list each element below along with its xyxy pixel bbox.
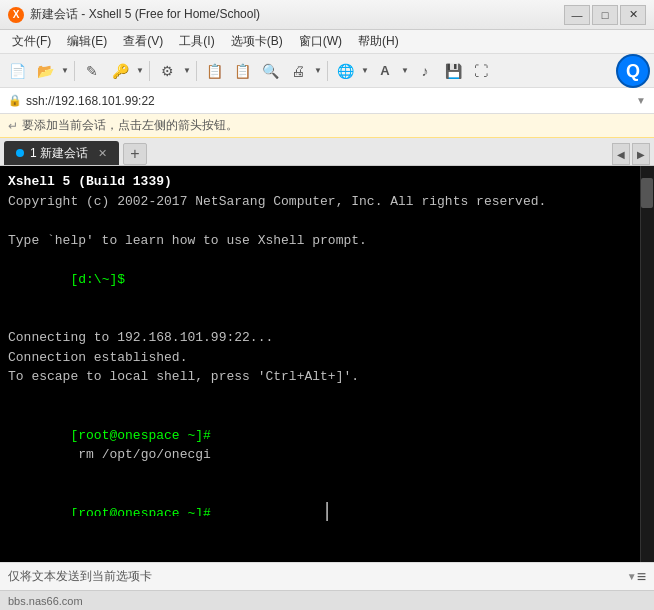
network-button[interactable]: 🌐 — [332, 58, 358, 84]
lock-icon: 🔒 — [8, 94, 22, 107]
audio-button[interactable]: ♪ — [412, 58, 438, 84]
terminal-line-4: [d:\~]$ — [8, 250, 646, 309]
bottom-bar: 仅将文本发送到当前选项卡 ▼ ≡ — [0, 562, 654, 590]
toolbar-separator-1 — [74, 61, 75, 81]
menu-file[interactable]: 文件(F) — [4, 30, 59, 53]
menu-help[interactable]: 帮助(H) — [350, 30, 407, 53]
minimize-button[interactable]: — — [564, 5, 590, 25]
key-button[interactable]: 🔑 — [107, 58, 133, 84]
menu-bar: 文件(F) 编辑(E) 查看(V) 工具(I) 选项卡(B) 窗口(W) 帮助(… — [0, 30, 654, 54]
active-tab[interactable]: 1 新建会话 ✕ — [4, 141, 119, 165]
terminal-line-8: To escape to local shell, press 'Ctrl+Al… — [8, 367, 646, 387]
bottom-dropdown-icon[interactable]: ▼ — [627, 571, 637, 582]
save-button[interactable]: 💾 — [440, 58, 466, 84]
terminal-line-2 — [8, 211, 646, 231]
tab-bar: 1 新建会话 ✕ + ◀ ▶ — [0, 138, 654, 166]
settings-button[interactable]: ⚙ — [154, 58, 180, 84]
terminal-scrollbar-thumb[interactable] — [641, 178, 653, 208]
prompt-green: [d:\~]$ — [70, 272, 125, 287]
maximize-button[interactable]: □ — [592, 5, 618, 25]
menu-tools[interactable]: 工具(I) — [171, 30, 222, 53]
terminal-line-9 — [8, 387, 646, 407]
app-icon: X — [8, 7, 24, 23]
terminal-line-11: [root@onespace ~]# cp /home/lyl/onecgi /… — [8, 484, 646, 516]
prompt-green-3: [root@onespace ~]# — [70, 506, 210, 517]
prompt-green-2: [root@onespace ~]# — [70, 428, 210, 443]
tab-scroll-left[interactable]: ◀ — [612, 143, 630, 165]
bottom-bar-label: 仅将文本发送到当前选项卡 — [8, 568, 623, 585]
toolbar-separator-2 — [149, 61, 150, 81]
print-button[interactable]: 🖨 — [285, 58, 311, 84]
menu-window[interactable]: 窗口(W) — [291, 30, 350, 53]
terminal-line-6: Connecting to 192.168.101.99:22... — [8, 328, 646, 348]
tab-navigation: ◀ ▶ — [612, 143, 650, 165]
window-title: 新建会话 - Xshell 5 (Free for Home/School) — [30, 6, 564, 23]
open-button[interactable]: 📂 — [32, 58, 58, 84]
font-button[interactable]: A — [372, 58, 398, 84]
terminal-line-1: Copyright (c) 2002-2017 NetSarang Comput… — [8, 192, 646, 212]
copy-button[interactable]: 📋 — [201, 58, 227, 84]
add-session-arrow[interactable]: ↵ — [8, 119, 18, 133]
terminal-line-10: [root@onespace ~]# rm /opt/go/onecgi — [8, 406, 646, 484]
info-bar-text: 要添加当前会话，点击左侧的箭头按钮。 — [22, 117, 238, 134]
settings-dropdown[interactable]: ▼ — [182, 58, 192, 84]
address-text[interactable]: ssh://192.168.101.99:22 — [26, 94, 636, 108]
tab-close-button[interactable]: ✕ — [98, 147, 107, 160]
edit-button[interactable]: ✎ — [79, 58, 105, 84]
new-session-button[interactable]: 📄 — [4, 58, 30, 84]
open-dropdown[interactable]: ▼ — [60, 58, 70, 84]
close-button[interactable]: ✕ — [620, 5, 646, 25]
cmd-text-1: rm /opt/go/onecgi — [70, 447, 210, 462]
address-bar: 🔒 ssh://192.168.101.99:22 ▼ — [0, 88, 654, 114]
find-button[interactable]: 🔍 — [257, 58, 283, 84]
menu-view[interactable]: 查看(V) — [115, 30, 171, 53]
tab-label: 1 新建会话 — [30, 145, 88, 162]
terminal-line-7: Connection established. — [8, 348, 646, 368]
terminal-line-0: Xshell 5 (Build 1339) — [8, 172, 646, 192]
app-window: X 新建会话 - Xshell 5 (Free for Home/School)… — [0, 0, 654, 610]
info-bar: ↵ 要添加当前会话，点击左侧的箭头按钮。 — [0, 114, 654, 138]
status-text: bbs.nas66.com — [8, 595, 83, 607]
key-dropdown[interactable]: ▼ — [135, 58, 145, 84]
address-dropdown[interactable]: ▼ — [636, 95, 646, 106]
menu-edit[interactable]: 编辑(E) — [59, 30, 115, 53]
toolbar-separator-4 — [327, 61, 328, 81]
toolbar: 📄 📂 ▼ ✎ 🔑 ▼ ⚙ ▼ 📋 📋 🔍 🖨 ▼ 🌐 ▼ A ▼ ♪ 💾 ⛶ … — [0, 54, 654, 88]
quick-connect-button[interactable]: Q — [616, 54, 650, 88]
print-dropdown[interactable]: ▼ — [313, 58, 323, 84]
tab-status-dot — [16, 149, 24, 157]
fullscreen-button[interactable]: ⛶ — [468, 58, 494, 84]
window-controls: — □ ✕ — [564, 5, 646, 25]
tab-scroll-right[interactable]: ▶ — [632, 143, 650, 165]
toolbar-separator-3 — [196, 61, 197, 81]
bottom-menu-icon[interactable]: ≡ — [637, 568, 646, 586]
terminal-line-5 — [8, 309, 646, 329]
terminal-scrollbar[interactable] — [640, 166, 654, 562]
new-tab-button[interactable]: + — [123, 143, 147, 165]
font-dropdown[interactable]: ▼ — [400, 58, 410, 84]
title-bar: X 新建会话 - Xshell 5 (Free for Home/School)… — [0, 0, 654, 30]
terminal-line-3: Type `help' to learn how to use Xshell p… — [8, 231, 646, 251]
terminal-wrapper: Xshell 5 (Build 1339) Copyright (c) 2002… — [0, 166, 654, 562]
paste-button[interactable]: 📋 — [229, 58, 255, 84]
network-dropdown[interactable]: ▼ — [360, 58, 370, 84]
terminal[interactable]: Xshell 5 (Build 1339) Copyright (c) 2002… — [0, 166, 654, 516]
status-bar: bbs.nas66.com — [0, 590, 654, 610]
menu-options[interactable]: 选项卡(B) — [223, 30, 291, 53]
